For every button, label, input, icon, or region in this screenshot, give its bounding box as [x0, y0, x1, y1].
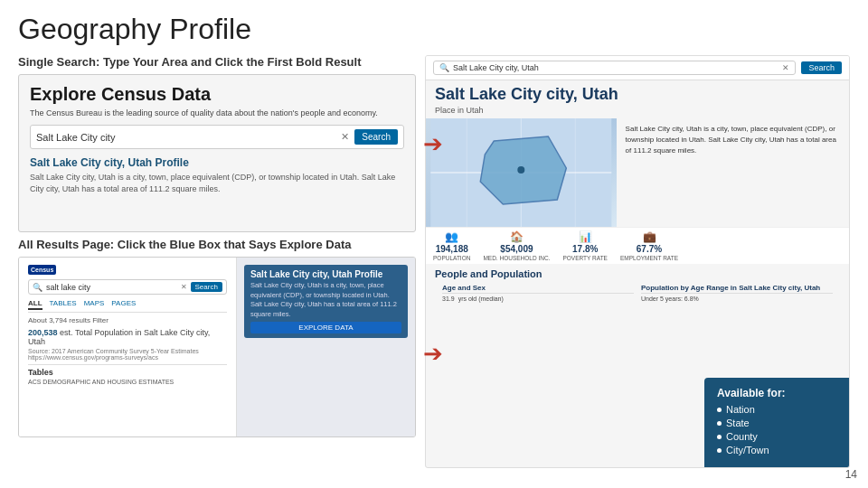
stat-population: 👥 194,188 POPULATION	[433, 230, 470, 261]
bullet-state	[717, 421, 722, 426]
tables-label: Tables	[28, 364, 227, 377]
census-search-row[interactable]: Salt Lake City city ✕ Search	[30, 125, 404, 149]
census-logo-box: Census	[28, 265, 56, 275]
profile-clear-icon[interactable]: ✕	[782, 63, 789, 72]
age-sex-data: 31.9 yrs old (median)	[442, 296, 634, 302]
result-source: Source: 2017 American Community Survey 5…	[28, 348, 227, 354]
map-svg	[426, 118, 617, 227]
results-tabs: ALL TABLES MAPS PAGES	[28, 299, 227, 313]
pop-range-data: Under 5 years: 6.8%	[641, 296, 833, 302]
profile-header: 🔍 Salt Lake City city, Utah ✕ Search	[426, 56, 849, 80]
bottom-section: All Results Page: Click the Blue Box tha…	[18, 238, 416, 468]
profile-stats-row: 👥 194,188 POPULATION 🏠 $54,009 MED. HOUS…	[426, 227, 849, 264]
employment-icon: 💼	[643, 230, 656, 243]
arrow-bottom: ➔	[423, 339, 443, 367]
popup-card-desc: Salt Lake City city, Utah is a city, tow…	[250, 281, 401, 319]
subtitle-bottom: All Results Page: Click the Blue Box tha…	[18, 238, 416, 251]
people-section-title: People and Population	[435, 268, 840, 279]
available-title: Available for:	[717, 387, 836, 399]
census-logo: Census	[28, 265, 227, 275]
available-list: Nation State County City/Town	[717, 404, 836, 455]
available-nation: Nation	[717, 404, 836, 415]
available-box: Available for: Nation State County	[704, 378, 849, 467]
result-count: 200,538	[28, 328, 58, 337]
results-item: 200,538 est. Total Population in Salt La…	[28, 328, 227, 346]
tab-maps[interactable]: MAPS	[84, 299, 105, 310]
tab-all[interactable]: ALL	[28, 299, 42, 310]
profile-search-icon: 🔍	[439, 63, 449, 72]
pop-range-col: Population by Age Range in Salt Lake Cit…	[641, 284, 833, 302]
census-search-button[interactable]: Search	[354, 129, 398, 145]
popup-card-title: Salt Lake City city, Utah Profile	[250, 269, 401, 279]
results-search-button[interactable]: Search	[191, 282, 222, 292]
population-icon: 👥	[445, 230, 458, 243]
left-column: Single Search: Type Your Area and Click …	[18, 55, 425, 468]
bullet-county	[717, 435, 722, 439]
census-clear-icon[interactable]: ✕	[341, 131, 349, 143]
poverty-label: POVERTY RATE	[562, 255, 608, 261]
census-result-desc: Salt Lake City city, Utah is a city, tow…	[30, 172, 404, 194]
stat-employment: 💼 67.7% EMPLOYMENT RATE	[620, 230, 678, 261]
age-sex-title: Age and Sex	[442, 284, 634, 294]
page-number: 14	[845, 468, 857, 481]
people-section: People and Population Age and Sex 31.9 y…	[426, 264, 849, 308]
profile-map	[426, 118, 617, 227]
top-section: Single Search: Type Your Area and Click …	[18, 55, 416, 232]
employment-label: EMPLOYMENT RATE	[620, 255, 678, 261]
age-sex-col: Age and Sex 31.9 yrs old (median)	[442, 284, 634, 302]
explore-data-button[interactable]: EXPLORE DATA	[250, 322, 401, 333]
poverty-icon: 📊	[579, 230, 592, 243]
result-label: est.	[60, 328, 75, 337]
right-section: 🔍 Salt Lake City city, Utah ✕ Search Sal…	[425, 55, 850, 468]
results-right-pane: Salt Lake City city, Utah Profile Salt L…	[237, 258, 415, 436]
acs-label: ACS DEMOGRAPHIC AND HOUSING ESTIMATES	[28, 379, 227, 385]
income-label: MED. HOUSEHOLD INC.	[483, 255, 550, 261]
available-state: State	[717, 418, 836, 428]
results-filter-row: About 3,794 results Filter	[28, 316, 227, 324]
stat-poverty: 📊 17.8% POVERTY RATE	[562, 230, 608, 261]
popup-card: Salt Lake City city, Utah Profile Salt L…	[244, 265, 408, 338]
pop-range-title: Population by Age Range in Salt Lake Cit…	[641, 284, 833, 294]
bullet-nation	[717, 408, 722, 412]
page: Geography Profile Single Search: Type Yo…	[0, 0, 868, 488]
profile-map-row: Salt Lake City city, Utah is a city, tow…	[426, 118, 849, 227]
results-count-text: About 3,794 results Filter	[28, 316, 108, 324]
census-result-title: Salt Lake City city, Utah Profile	[30, 156, 404, 169]
available-county: County	[717, 431, 836, 442]
profile-screenshot: 🔍 Salt Lake City city, Utah ✕ Search Sal…	[425, 55, 850, 468]
results-screenshot-box: Census 🔍 salt lake city ✕ Search ALL TAB…	[18, 257, 416, 437]
available-nation-label: Nation	[726, 404, 755, 415]
result-url: https://www.census.gov/programs-surveys/…	[28, 354, 227, 361]
census-explore-title: Explore Census Data	[30, 84, 404, 105]
profile-city-title: Salt Lake City city, Utah	[426, 80, 849, 106]
population-label: POPULATION	[433, 255, 470, 261]
population-value: 194,188	[436, 244, 468, 254]
available-city-label: City/Town	[726, 445, 769, 455]
results-search-icon: 🔍	[33, 283, 42, 292]
age-sex-value: 31.9	[442, 296, 455, 302]
profile-city-sub: Place in Utah	[426, 106, 849, 118]
census-explore-desc: The Census Bureau is the leading source …	[30, 108, 404, 117]
income-icon: 🏠	[510, 230, 524, 243]
people-pop-row: Age and Sex 31.9 yrs old (median) Popula…	[435, 282, 840, 304]
profile-search-bar[interactable]: 🔍 Salt Lake City city, Utah ✕	[433, 61, 796, 75]
poverty-value: 17.8%	[572, 244, 598, 254]
results-left-pane: Census 🔍 salt lake city ✕ Search ALL TAB…	[19, 258, 237, 436]
arrow-top: ➔	[423, 130, 443, 158]
census-search-value: Salt Lake City city	[36, 132, 335, 143]
tab-tables[interactable]: TABLES	[50, 299, 77, 310]
page-title: Geography Profile	[18, 13, 850, 46]
subtitle-top: Single Search: Type Your Area and Click …	[18, 55, 416, 69]
available-city: City/Town	[717, 445, 836, 455]
available-county-label: County	[726, 431, 758, 442]
svg-point-6	[517, 166, 524, 174]
profile-search-button[interactable]: Search	[801, 61, 842, 74]
profile-search-label: Salt Lake City city, Utah	[453, 63, 778, 72]
tab-pages[interactable]: PAGES	[111, 299, 136, 310]
results-clear-icon[interactable]: ✕	[181, 283, 187, 291]
results-search-row[interactable]: 🔍 salt lake city ✕ Search	[28, 279, 227, 295]
census-screenshot-box: Explore Census Data The Census Bureau is…	[18, 74, 416, 232]
stat-income: 🏠 $54,009 MED. HOUSEHOLD INC.	[483, 230, 550, 261]
employment-value: 67.7%	[637, 244, 662, 254]
pop-range-item: Under 5 years: 6.8%	[641, 296, 699, 302]
